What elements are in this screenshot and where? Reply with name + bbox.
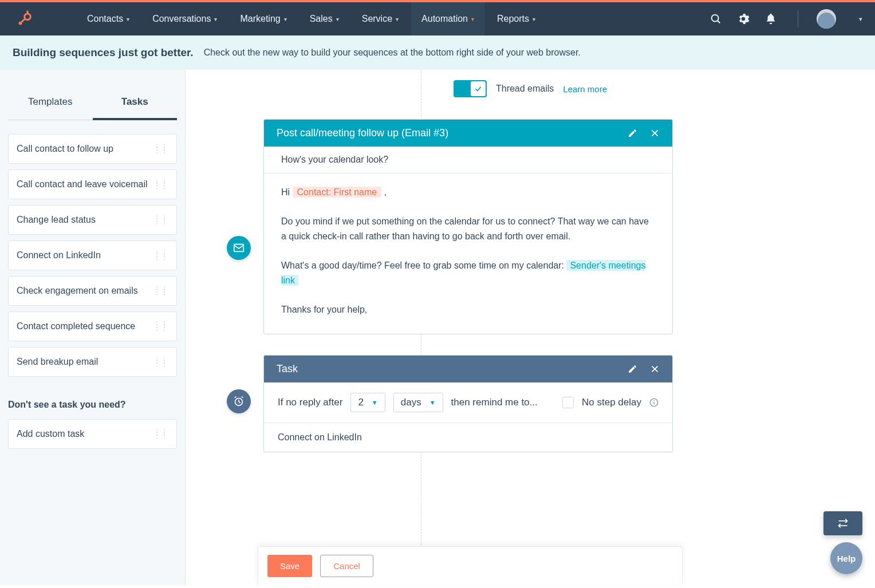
drag-handle-icon[interactable]: ⋮⋮⋮⋮	[153, 323, 168, 329]
task-template-card[interactable]: Call contact to follow up ⋮⋮⋮⋮	[8, 134, 177, 164]
nav-item-label: Reports	[497, 14, 529, 24]
announcement-banner: Building sequences just got better. Chec…	[0, 35, 875, 70]
sequence-canvas: Thread emails Learn more Post call/meeti…	[186, 70, 875, 585]
chevron-down-icon: ▾	[396, 16, 399, 22]
delay-amount-value: 2	[358, 397, 363, 408]
svg-line-13	[235, 397, 237, 398]
drag-handle-icon[interactable]: ⋮⋮⋮⋮	[153, 431, 168, 437]
save-button[interactable]: Save	[267, 555, 312, 577]
chevron-down-icon[interactable]: ▾	[859, 15, 862, 23]
no-step-delay-checkbox[interactable]	[562, 397, 574, 408]
tab-tasks[interactable]: Tasks	[93, 87, 178, 120]
task-name-field[interactable]: Connect on LinkedIn	[264, 423, 672, 452]
swap-view-button[interactable]	[823, 511, 862, 535]
mail-icon	[232, 242, 245, 254]
nav-item-list: Contacts ▾ Conversations ▾ Marketing ▾ S…	[77, 2, 546, 35]
task-template-card[interactable]: Change lead status ⋮⋮⋮⋮	[8, 205, 177, 235]
svg-line-2	[21, 18, 25, 22]
task-template-label: Send breakup email	[17, 357, 98, 367]
email-paragraph-2-before: What's a good day/time? Feel free to gra…	[281, 261, 566, 270]
gear-icon[interactable]	[737, 13, 750, 25]
email-paragraph-3: Thanks for your help,	[281, 302, 655, 317]
help-button[interactable]: Help	[830, 542, 862, 574]
delay-amount-select[interactable]: 2 ▼	[350, 393, 385, 412]
sequence-sidebar: Templates Tasks Call contact to follow u…	[0, 70, 186, 585]
add-custom-task-label: Add custom task	[17, 429, 84, 439]
save-cancel-bar: Save Cancel	[258, 546, 683, 585]
close-icon[interactable]	[650, 364, 660, 374]
bell-icon[interactable]	[764, 13, 777, 25]
nav-item-label: Marketing	[240, 14, 280, 24]
drag-handle-icon[interactable]: ⋮⋮⋮⋮	[153, 217, 168, 223]
info-icon[interactable]	[649, 398, 659, 407]
caret-down-icon: ▼	[372, 399, 378, 406]
nav-divider	[798, 10, 798, 27]
task-template-card[interactable]: Connect on LinkedIn ⋮⋮⋮⋮	[8, 240, 177, 270]
clock-step-icon	[227, 389, 251, 413]
delay-unit-select[interactable]: days ▼	[393, 393, 443, 412]
nav-item-label: Contacts	[87, 14, 123, 24]
svg-line-14	[242, 397, 243, 398]
drag-handle-icon[interactable]: ⋮⋮⋮⋮	[153, 146, 168, 152]
drag-handle-icon[interactable]: ⋮⋮⋮⋮	[153, 181, 168, 187]
thread-emails-toggle[interactable]	[454, 80, 487, 97]
email-card-header: Post call/meeting follow up (Email #3)	[264, 120, 672, 147]
caret-down-icon: ▼	[429, 399, 436, 406]
task-template-card[interactable]: Contact completed sequence ⋮⋮⋮⋮	[8, 311, 177, 341]
no-step-delay-label: No step delay	[582, 397, 641, 408]
task-template-label: Call contact to follow up	[17, 144, 113, 154]
cancel-button[interactable]: Cancel	[320, 555, 373, 577]
nav-item-service[interactable]: Service ▾	[352, 2, 409, 35]
add-custom-task-card[interactable]: Add custom task ⋮⋮⋮⋮	[8, 419, 177, 449]
task-delay-row: If no reply after 2 ▼ days ▼ then remind…	[264, 382, 672, 423]
avatar[interactable]	[817, 9, 836, 29]
task-template-label: Contact completed sequence	[17, 321, 135, 332]
hubspot-logo[interactable]	[16, 10, 50, 27]
svg-point-19	[653, 400, 655, 401]
svg-point-5	[712, 15, 719, 22]
svg-line-12	[239, 402, 241, 403]
drag-handle-icon[interactable]: ⋮⋮⋮⋮	[153, 359, 168, 365]
main-navbar: Contacts ▾ Conversations ▾ Marketing ▾ S…	[0, 2, 875, 35]
nav-item-marketing[interactable]: Marketing ▾	[230, 2, 297, 35]
email-step: Post call/meeting follow up (Email #3) H…	[263, 119, 673, 334]
drag-handle-icon[interactable]: ⋮⋮⋮⋮	[153, 288, 168, 294]
email-card-title: Post call/meeting follow up (Email #3)	[277, 127, 448, 139]
chevron-down-icon: ▾	[127, 16, 129, 22]
email-card: Post call/meeting follow up (Email #3) H…	[263, 119, 673, 334]
pencil-icon[interactable]	[628, 128, 637, 138]
task-template-card[interactable]: Send breakup email ⋮⋮⋮⋮	[8, 347, 177, 377]
nav-item-automation[interactable]: Automation ▾	[411, 2, 484, 35]
chevron-down-icon: ▾	[214, 16, 217, 22]
task-template-card[interactable]: Check engagement on emails ⋮⋮⋮⋮	[8, 276, 177, 306]
chevron-down-icon: ▾	[284, 16, 287, 22]
nav-item-reports[interactable]: Reports ▾	[487, 2, 546, 35]
sidebar-custom-heading: Don't see a task you need?	[8, 400, 177, 410]
toggle-knob	[471, 81, 486, 96]
search-icon[interactable]	[710, 13, 722, 25]
thread-emails-row: Thread emails Learn more	[186, 70, 875, 115]
email-paragraph-1: Do you mind if we put something on the c…	[281, 214, 655, 243]
nav-item-conversations[interactable]: Conversations ▾	[142, 2, 227, 35]
email-subject[interactable]: How's your calendar look?	[264, 147, 672, 173]
svg-line-6	[718, 21, 720, 23]
task-template-label: Call contact and leave voicemail	[17, 179, 148, 190]
nav-item-contacts[interactable]: Contacts ▾	[77, 2, 140, 35]
help-label: Help	[837, 554, 856, 563]
pencil-icon[interactable]	[628, 364, 637, 374]
task-template-card[interactable]: Call contact and leave voicemail ⋮⋮⋮⋮	[8, 169, 177, 199]
close-icon[interactable]	[650, 128, 660, 138]
nav-item-sales[interactable]: Sales ▾	[299, 2, 349, 35]
drag-handle-icon[interactable]: ⋮⋮⋮⋮	[153, 252, 168, 258]
nav-item-label: Automation	[421, 14, 468, 24]
thread-learn-more-link[interactable]: Learn more	[563, 84, 607, 94]
tab-templates[interactable]: Templates	[8, 87, 93, 120]
swap-icon	[837, 518, 849, 529]
check-icon	[474, 85, 482, 93]
svg-point-4	[26, 10, 29, 13]
sidebar-tabs: Templates Tasks	[8, 87, 177, 120]
contact-first-name-token[interactable]: Contact: First name	[293, 187, 382, 198]
email-body[interactable]: Hi Contact: First name , Do you mind if …	[264, 173, 672, 334]
chevron-down-icon: ▾	[533, 16, 535, 22]
banner-title: Building sequences just got better.	[13, 46, 194, 59]
